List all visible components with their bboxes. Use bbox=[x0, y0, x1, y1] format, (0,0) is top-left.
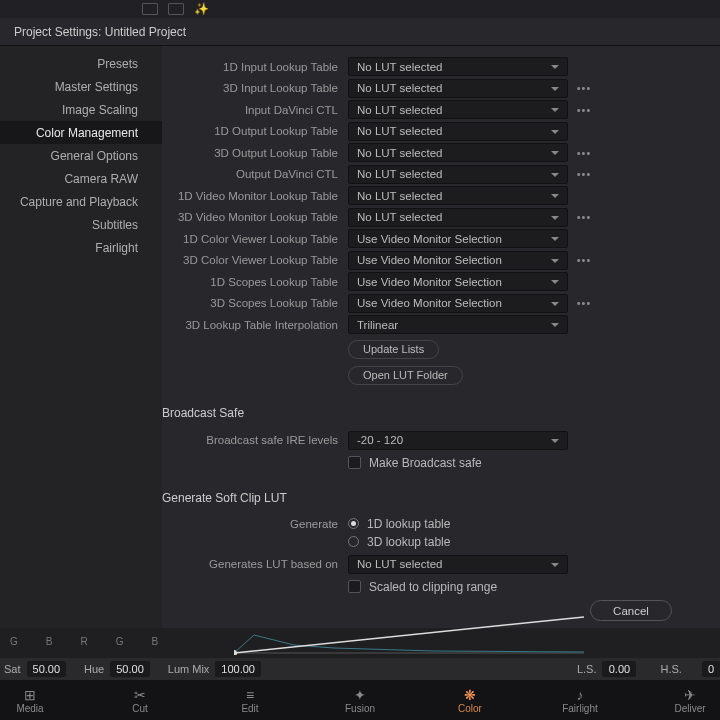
lut-label: 3D Input Lookup Table bbox=[162, 82, 348, 94]
sidebar-item-subtitles[interactable]: Subtitles bbox=[0, 213, 162, 236]
nav-media[interactable]: ⊞Media bbox=[0, 680, 60, 720]
options-icon[interactable]: ••• bbox=[574, 104, 594, 116]
lut-dropdown[interactable]: Use Video Monitor Selection bbox=[348, 272, 568, 291]
dialog-title: Project Settings: Untitled Project bbox=[14, 25, 186, 39]
lut-label: Output DaVinci CTL bbox=[162, 168, 348, 180]
deliver-icon: ✈ bbox=[684, 687, 696, 703]
hs-value[interactable]: 0 bbox=[702, 661, 720, 677]
options-icon[interactable]: ••• bbox=[574, 211, 594, 223]
nav-fairlight[interactable]: ♪Fairlight bbox=[550, 680, 610, 720]
sidebar-item-presets[interactable]: Presets bbox=[0, 52, 162, 75]
lut-row: 3D Output Lookup TableNo LUT selected••• bbox=[162, 142, 720, 163]
generate-label: Generate bbox=[162, 518, 348, 530]
edit-icon: ≡ bbox=[246, 687, 254, 703]
svg-line-1 bbox=[234, 617, 584, 653]
nav-label: Cut bbox=[132, 703, 148, 714]
make-broadcast-safe-checkbox[interactable] bbox=[348, 456, 361, 469]
options-icon[interactable]: ••• bbox=[574, 147, 594, 159]
sidebar-item-capture-and-playback[interactable]: Capture and Playback bbox=[0, 190, 162, 213]
open-lut-folder-button[interactable]: Open LUT Folder bbox=[348, 366, 463, 385]
lut-dropdown[interactable]: Use Video Monitor Selection bbox=[348, 294, 568, 313]
lut-label: 3D Lookup Table Interpolation bbox=[162, 319, 348, 331]
lut-row: 1D Input Lookup TableNo LUT selected bbox=[162, 56, 720, 77]
options-icon[interactable]: ••• bbox=[574, 82, 594, 94]
lut-label: 3D Output Lookup Table bbox=[162, 147, 348, 159]
app-toolbar: ✨ bbox=[0, 0, 720, 18]
curve-display bbox=[234, 615, 584, 655]
sidebar-item-fairlight[interactable]: Fairlight bbox=[0, 236, 162, 259]
ire-levels-label: Broadcast safe IRE levels bbox=[162, 434, 348, 446]
nav-fusion[interactable]: ✦Fusion bbox=[330, 680, 390, 720]
nav-edit[interactable]: ≡Edit bbox=[220, 680, 280, 720]
lut-dropdown[interactable]: Use Video Monitor Selection bbox=[348, 251, 568, 270]
basedon-dropdown[interactable]: No LUT selected bbox=[348, 555, 568, 574]
lut-row: 3D Video Monitor Lookup TableNo LUT sele… bbox=[162, 207, 720, 228]
nav-label: Fairlight bbox=[562, 703, 598, 714]
sidebar-item-image-scaling[interactable]: Image Scaling bbox=[0, 98, 162, 121]
scope-letter: B bbox=[151, 636, 158, 652]
lut-label: 1D Color Viewer Lookup Table bbox=[162, 233, 348, 245]
settings-content: 1D Input Lookup TableNo LUT selected3D I… bbox=[162, 46, 720, 628]
hue-value[interactable]: 50.00 bbox=[110, 661, 150, 677]
options-icon[interactable]: ••• bbox=[574, 168, 594, 180]
workspace-nav: ⊞Media✂Cut≡Edit✦Fusion❋Color♪Fairlight✈D… bbox=[0, 680, 720, 720]
options-icon[interactable]: ••• bbox=[574, 254, 594, 266]
parameter-strip: Sat 50.00 Hue 50.00 Lum Mix 100.00 L.S. … bbox=[0, 658, 720, 680]
lut-dropdown[interactable]: No LUT selected bbox=[348, 165, 568, 184]
sidebar-item-general-options[interactable]: General Options bbox=[0, 144, 162, 167]
options-icon[interactable]: ••• bbox=[574, 297, 594, 309]
lut-dropdown[interactable]: No LUT selected bbox=[348, 186, 568, 205]
sat-value[interactable]: 50.00 bbox=[27, 661, 67, 677]
wand-icon[interactable]: ✨ bbox=[194, 2, 209, 16]
lut-label: 1D Output Lookup Table bbox=[162, 125, 348, 137]
nav-label: Media bbox=[16, 703, 43, 714]
hue-label: Hue bbox=[84, 663, 104, 675]
lut-row: 1D Color Viewer Lookup TableUse Video Mo… bbox=[162, 228, 720, 249]
lut-dropdown[interactable]: Use Video Monitor Selection bbox=[348, 229, 568, 248]
sidebar-item-master-settings[interactable]: Master Settings bbox=[0, 75, 162, 98]
generate-1d-radio[interactable] bbox=[348, 518, 359, 529]
lut-dropdown[interactable]: No LUT selected bbox=[348, 122, 568, 141]
lut-dropdown[interactable]: No LUT selected bbox=[348, 208, 568, 227]
generate-3d-radio[interactable] bbox=[348, 536, 359, 547]
sidebar-item-camera-raw[interactable]: Camera RAW bbox=[0, 167, 162, 190]
lut-label: 3D Scopes Lookup Table bbox=[162, 297, 348, 309]
nav-label: Deliver bbox=[674, 703, 705, 714]
lummix-value[interactable]: 100.00 bbox=[215, 661, 261, 677]
cancel-button[interactable]: Cancel bbox=[590, 600, 672, 621]
view-icon-1[interactable] bbox=[142, 3, 158, 15]
lut-row: 3D Lookup Table InterpolationTrilinear bbox=[162, 314, 720, 335]
settings-sidebar: PresetsMaster SettingsImage ScalingColor… bbox=[0, 46, 162, 628]
view-icon-2[interactable] bbox=[168, 3, 184, 15]
generate-3d-label: 3D lookup table bbox=[367, 535, 450, 549]
scope-letter: G bbox=[116, 636, 124, 652]
nav-color[interactable]: ❋Color bbox=[440, 680, 500, 720]
lut-row: 3D Input Lookup TableNo LUT selected••• bbox=[162, 78, 720, 99]
basedon-label: Generates LUT based on bbox=[162, 558, 348, 570]
sidebar-item-color-management[interactable]: Color Management bbox=[0, 121, 162, 144]
lut-dropdown[interactable]: No LUT selected bbox=[348, 79, 568, 98]
nav-cut[interactable]: ✂Cut bbox=[110, 680, 170, 720]
fusion-icon: ✦ bbox=[354, 687, 366, 703]
scope-letter: B bbox=[46, 636, 53, 652]
lut-row: 1D Scopes Lookup TableUse Video Monitor … bbox=[162, 271, 720, 292]
sat-label: Sat bbox=[4, 663, 21, 675]
lut-label: 1D Scopes Lookup Table bbox=[162, 276, 348, 288]
hs-label: H.S. bbox=[660, 663, 681, 675]
lut-label: 1D Video Monitor Lookup Table bbox=[162, 190, 348, 202]
scaled-clipping-checkbox[interactable] bbox=[348, 580, 361, 593]
ls-label: L.S. bbox=[577, 663, 597, 675]
dialog-title-bar: Project Settings: Untitled Project bbox=[0, 18, 720, 46]
nav-deliver[interactable]: ✈Deliver bbox=[660, 680, 720, 720]
lut-dropdown[interactable]: No LUT selected bbox=[348, 57, 568, 76]
nav-label: Fusion bbox=[345, 703, 375, 714]
cut-icon: ✂ bbox=[134, 687, 146, 703]
lut-dropdown[interactable]: No LUT selected bbox=[348, 100, 568, 119]
lut-dropdown[interactable]: Trilinear bbox=[348, 315, 568, 334]
lut-dropdown[interactable]: No LUT selected bbox=[348, 143, 568, 162]
ire-levels-dropdown[interactable]: -20 - 120 bbox=[348, 431, 568, 450]
ls-value[interactable]: 0.00 bbox=[602, 661, 636, 677]
lut-label: 1D Input Lookup Table bbox=[162, 61, 348, 73]
lut-label: 3D Video Monitor Lookup Table bbox=[162, 211, 348, 223]
update-lists-button[interactable]: Update Lists bbox=[348, 340, 439, 359]
